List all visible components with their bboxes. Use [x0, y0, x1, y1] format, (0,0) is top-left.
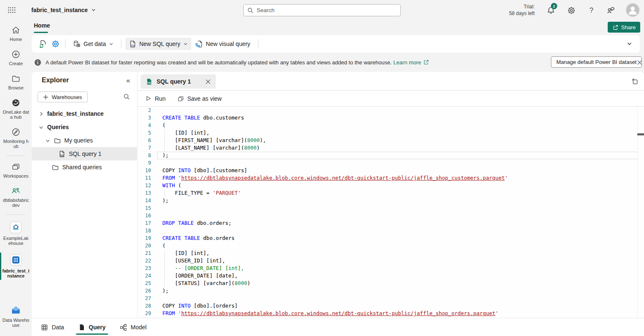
new-visual-query-button[interactable]: New visual query [192, 38, 254, 50]
tree-item-my-queries[interactable]: My queries [32, 134, 137, 147]
document-tabstrip: SQL SQL query 1 [138, 72, 644, 91]
code-line-21[interactable]: 21 [ID] [int], [138, 249, 644, 257]
chevron-down-icon [183, 42, 188, 46]
feedback-icon[interactable] [606, 6, 615, 15]
code-line-2[interactable]: 2 [138, 107, 644, 114]
code-line-16[interactable]: 16 [138, 212, 644, 219]
new-warehouse-button[interactable]: Warehouses [38, 92, 88, 102]
main-panel: SQL SQL query 1 Run Save as view 23CREAT… [138, 72, 644, 318]
line-number: 11 [138, 174, 151, 182]
line-number: 9 [138, 159, 151, 167]
code-line-14[interactable]: 14); [138, 197, 644, 204]
line-number: 17 [138, 219, 151, 227]
code-line-8[interactable]: 8); [138, 152, 644, 159]
indent-guide [164, 129, 165, 137]
collapse-explorer-icon[interactable]: « [126, 76, 130, 85]
collapse-ribbon-chevron-icon[interactable] [626, 41, 632, 47]
sql-file-icon: SQL [129, 40, 136, 48]
editor-scrollbar[interactable] [637, 107, 638, 318]
code-line-10[interactable]: 10COPY INTO [dbo].[customers] [138, 167, 644, 174]
code-text: ); [162, 152, 169, 159]
line-number: 21 [138, 249, 151, 257]
search-input[interactable] [257, 7, 397, 13]
line-number: 18 [138, 227, 151, 234]
rail-item-label: fabric_test_instance [2, 268, 30, 278]
rail-item-workspaces[interactable]: Workspaces [0, 158, 32, 183]
code-line-20[interactable]: 20( [138, 242, 644, 249]
code-line-12[interactable]: 12WITH ( [138, 182, 644, 189]
code-text: ); [162, 287, 169, 295]
tab-sql-query-1[interactable]: SQL SQL query 1 [141, 74, 216, 89]
code-line-13[interactable]: 13 FILE_TYPE = 'PARQUET' [138, 189, 644, 197]
copy-icon[interactable] [631, 78, 639, 85]
save-as-view-button[interactable]: Save as view [177, 95, 222, 102]
view-tab-model[interactable]: Model [120, 318, 146, 336]
rail-item-fabric-test-instance[interactable]: fabric_test_instance [0, 250, 32, 283]
rail-item-home[interactable]: Home [0, 22, 32, 46]
code-line-19[interactable]: 19CREATE TABLE dbo.orders [138, 234, 644, 242]
code-line-28[interactable]: 28COPY INTO [dbo].[orders] [138, 302, 644, 310]
run-button[interactable]: Run [145, 95, 166, 102]
code-line-26[interactable]: 26); [138, 287, 644, 295]
rail-item-dbtlabsfabricdev[interactable]: dbtlabsfabricdev [0, 183, 32, 212]
view-tab-query[interactable]: Query [78, 318, 106, 336]
code-line-18[interactable]: 18 [138, 227, 644, 234]
code-line-29[interactable]: 29FROM 'https://dbtlabsynapsedatalake.bl… [138, 310, 644, 317]
rail-item-onelake-data-hub[interactable]: OneLake data hub [0, 94, 32, 124]
rail-item-monitoring-hub[interactable]: Monitoring hub [0, 124, 32, 153]
sql-editor[interactable]: 23CREATE TABLE dbo.customers4(5 [ID] [in… [138, 107, 644, 318]
code-line-9[interactable]: 9 [138, 159, 644, 167]
code-text: COPY INTO [dbo].[orders] [162, 302, 238, 310]
help-button[interactable]: ? [587, 6, 596, 15]
new-sql-query-button[interactable]: SQL New SQL query [126, 38, 191, 50]
tab-home[interactable]: Home [34, 22, 50, 29]
global-search [243, 4, 401, 16]
svg-text:SQL: SQL [147, 82, 152, 84]
app-launcher-icon[interactable] [7, 5, 17, 15]
tree-item-queries[interactable]: Queries [32, 120, 137, 134]
code-line-5[interactable]: 5 [ID] [int], [138, 129, 644, 137]
chevron-down-icon [91, 8, 96, 13]
code-line-3[interactable]: 3CREATE TABLE dbo.customers [138, 114, 644, 122]
chev-right-icon[interactable] [38, 111, 44, 117]
learn-more-link[interactable]: Learn more [394, 59, 421, 66]
tree-item-fabric-test-instance[interactable]: fabric_test_instance [32, 107, 137, 120]
code-line-7[interactable]: 7 [LAST_NAME] [varchar](8000) [138, 144, 644, 152]
close-tab-icon[interactable] [205, 79, 211, 84]
warehouse-badge-icon [10, 254, 22, 266]
close-banner-icon[interactable] [635, 58, 644, 67]
explorer-tree: fabric_test_instanceQueriesMy queriesSQL… [32, 107, 137, 174]
tree-item-shared-queries[interactable]: Shared queries [32, 160, 137, 174]
workspace-switcher[interactable]: fabric_test_instance [31, 0, 96, 20]
code-line-6[interactable]: 6 [FIRST_NAME] [varchar](8000), [138, 137, 644, 144]
get-data-button[interactable]: Get data [70, 38, 117, 50]
code-line-11[interactable]: 11FROM 'https://dbtlabsynapsedatalake.bl… [138, 174, 644, 182]
rail-item-create[interactable]: Create [0, 46, 32, 70]
avatar[interactable] [626, 3, 639, 17]
code-line-25[interactable]: 25 [STATUS] [varchar](8000) [138, 280, 644, 287]
code-line-17[interactable]: 17DROP TABLE dbo.orders; [138, 219, 644, 227]
line-number: 23 [138, 265, 151, 272]
code-line-24[interactable]: 24 [ORDER_DATE] [date], [138, 272, 644, 280]
code-line-22[interactable]: 22 [USER_ID] [int], [138, 257, 644, 265]
view-tab-data[interactable]: Data [41, 318, 64, 336]
refresh-dataset-icon[interactable] [38, 38, 48, 49]
rail-item-data-warehouse[interactable]: Data Warehouse [0, 301, 32, 332]
share-button[interactable]: Share [608, 22, 640, 33]
code-line-4[interactable]: 4( [138, 122, 644, 129]
rail-item-examplelakehouse[interactable]: ExampleLakehouse [0, 217, 32, 250]
settings-gear-icon[interactable] [567, 6, 576, 15]
new-visual-query-label: New visual query [206, 41, 250, 47]
chev-down-icon[interactable] [45, 138, 51, 143]
code-text: WITH ( [162, 182, 181, 189]
code-line-23[interactable]: 23 -- [ORDER_DATE] [int], [138, 265, 644, 272]
explorer-search-icon[interactable] [123, 93, 130, 100]
manage-default-dataset-button[interactable]: Manage default Power BI dataset [551, 56, 642, 68]
chev-down-icon[interactable] [38, 125, 44, 130]
settings-blue-gear-icon[interactable] [50, 38, 61, 49]
code-line-15[interactable]: 15 [138, 204, 644, 212]
code-line-27[interactable]: 27 [138, 295, 644, 302]
tree-item-sql-query-1[interactable]: SQLSQL query 1 [32, 147, 137, 160]
rail-item-browse[interactable]: Browse [0, 70, 32, 94]
rail-item-label: Create [9, 61, 23, 66]
